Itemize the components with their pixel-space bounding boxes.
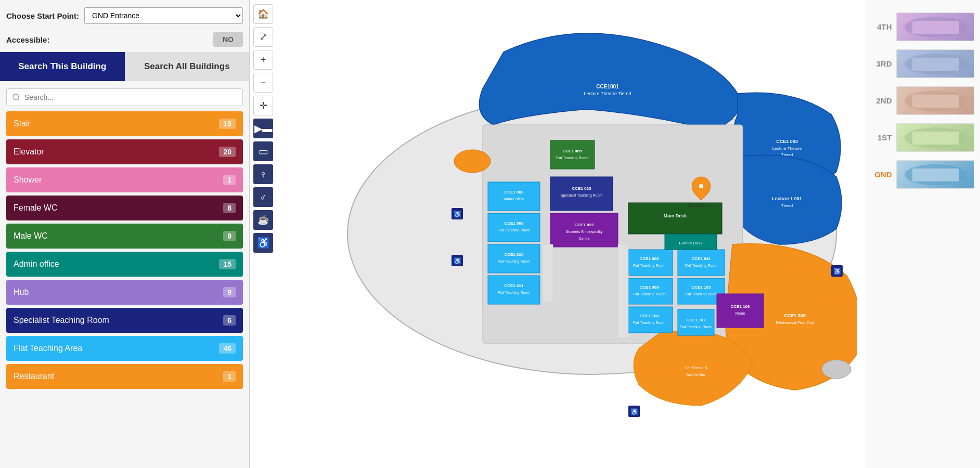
accessible-icon-button[interactable]: ♿	[253, 233, 273, 253]
svg-text:CCE1 009: CCE1 009	[640, 285, 659, 290]
category-badge: 9	[223, 287, 236, 297]
floor-thumbnail	[896, 160, 974, 189]
svg-text:Self/Retail &: Self/Retail &	[685, 366, 708, 370]
category-badge: 6	[223, 315, 236, 326]
svg-text:CCE1 003: CCE1 003	[776, 139, 798, 144]
floor-item-gnd[interactable]: GND	[871, 158, 975, 191]
category-label: Stair	[14, 119, 31, 128]
svg-text:Flat Teaching Room: Flat Teaching Room	[498, 259, 530, 264]
svg-text:CCE1 105: CCE1 105	[692, 285, 711, 290]
svg-rect-36	[626, 250, 673, 276]
floor-thumbnail	[896, 86, 974, 115]
svg-rect-51	[717, 294, 764, 328]
category-item[interactable]: Admin office 15	[6, 252, 243, 277]
svg-text:Lecture 1 001: Lecture 1 001	[772, 196, 802, 201]
category-item[interactable]: Elevator 20	[6, 139, 243, 164]
cafe-icon-button[interactable]: ☕	[253, 210, 273, 230]
svg-text:Lecture Theatre: Lecture Theatre	[772, 146, 802, 151]
category-item[interactable]: Restaurant 1	[6, 364, 243, 389]
svg-text:Students Employability: Students Employability	[566, 230, 603, 234]
svg-text:CCE1 022: CCE1 022	[575, 223, 594, 227]
category-label: Male WC	[14, 231, 48, 241]
floor-map: CCE1001 Lecture Theatre Tiered CCE1 003 …	[277, 0, 866, 468]
svg-rect-20	[488, 244, 540, 273]
category-badge: 9	[223, 231, 236, 241]
elevator-icon-button[interactable]: ▭	[253, 141, 273, 161]
female-wc-icon-button[interactable]: ♀	[253, 164, 273, 184]
stairs-icon-button[interactable]: ▶▬	[253, 119, 273, 138]
category-label: Elevator	[14, 147, 44, 157]
accessible-label: Accessible:	[6, 35, 49, 44]
category-item[interactable]: Stair 15	[6, 111, 243, 136]
category-item[interactable]: Male WC 9	[6, 224, 243, 249]
svg-point-73	[454, 150, 491, 173]
floor-item-3rd[interactable]: 3RD	[871, 47, 975, 80]
svg-rect-14	[488, 182, 540, 211]
search-tabs: Search This Building Search All Building…	[0, 52, 249, 81]
category-item[interactable]: Specialist Teaching Room 6	[6, 308, 243, 333]
svg-text:Flat Teaching Room: Flat Teaching Room	[498, 228, 530, 232]
accessible-toggle[interactable]: NO	[213, 32, 243, 47]
svg-rect-39	[626, 278, 673, 304]
svg-rect-54	[678, 309, 714, 335]
svg-text:Flat Teaching Room: Flat Teaching Room	[498, 291, 530, 295]
category-label: Flat Teaching Area	[14, 344, 82, 353]
svg-rect-23	[488, 276, 540, 304]
svg-text:♿: ♿	[454, 210, 461, 218]
zoom-in-button[interactable]: +	[253, 50, 273, 70]
svg-rect-80	[912, 58, 959, 71]
zoom-out-button[interactable]: −	[253, 73, 273, 93]
category-label: Admin office	[14, 259, 59, 269]
category-badge: 15	[219, 259, 236, 269]
male-wc-icon-button[interactable]: ♂	[253, 187, 273, 207]
category-item[interactable]: Female WC 8	[6, 196, 243, 220]
floor-item-4th[interactable]: 4TH	[871, 10, 975, 43]
category-item[interactable]: Hub 9	[6, 280, 243, 305]
svg-text:CCE1 025: CCE1 025	[572, 186, 591, 191]
svg-text:CCE1 305: CCE1 305	[784, 313, 806, 318]
svg-text:Flat Teaching Room: Flat Teaching Room	[633, 321, 665, 325]
svg-text:Admin Bar: Admin Bar	[686, 372, 706, 377]
svg-point-74	[822, 360, 851, 379]
category-badge: 1	[223, 371, 236, 382]
svg-text:CCE1 006: CCE1 006	[505, 190, 524, 194]
floor-thumbnail	[896, 49, 974, 78]
tab-all-buildings[interactable]: Search All Buildings	[125, 52, 250, 81]
svg-rect-84	[912, 132, 959, 145]
svg-text:Flat Teaching Room: Flat Teaching Room	[685, 292, 717, 296]
svg-text:Admin Office: Admin Office	[504, 197, 524, 201]
svg-text:♿: ♿	[454, 257, 461, 265]
svg-text:CCE1001: CCE1001	[596, 84, 619, 89]
category-item[interactable]: Flat Teaching Area 46	[6, 336, 243, 361]
expand-button[interactable]: ⤢	[253, 27, 273, 47]
pan-button[interactable]: ✛	[253, 96, 273, 115]
tab-this-building[interactable]: Search This Building	[0, 52, 125, 81]
svg-text:Main Desk: Main Desk	[664, 213, 688, 218]
svg-text:Restaurant First Dist: Restaurant First Dist	[776, 320, 815, 325]
category-item[interactable]: Shower 1	[6, 167, 243, 192]
svg-text:CCE1 106: CCE1 106	[731, 304, 750, 309]
floor-selector: 4TH 3RD 2ND 1ST GND	[866, 0, 980, 468]
category-badge: 1	[223, 175, 236, 185]
category-badge: 46	[219, 343, 236, 354]
accessible-row: Accessible: NO	[0, 29, 249, 52]
svg-text:Specialist Teaching Room: Specialist Teaching Room	[561, 193, 603, 198]
svg-text:Flat Teaching Room: Flat Teaching Room	[685, 264, 717, 268]
search-box-container	[0, 81, 249, 111]
search-input[interactable]	[6, 88, 243, 106]
svg-text:CCE1 107: CCE1 107	[687, 318, 706, 322]
map-area: 🏠 ⤢ + − ✛ ▶▬ ▭ ♀ ♂ ☕ ♿ CCE1001 Lecture T…	[250, 0, 980, 468]
category-badge: 20	[219, 147, 236, 157]
category-badge: 15	[219, 119, 236, 129]
svg-rect-75	[543, 244, 553, 302]
floor-item-2nd[interactable]: 2ND	[871, 84, 975, 117]
svg-rect-26	[550, 140, 595, 169]
svg-text:Lecture Theatre Tiered: Lecture Theatre Tiered	[584, 91, 631, 96]
svg-text:♿: ♿	[833, 267, 841, 275]
floor-item-1st[interactable]: 1ST	[871, 121, 975, 154]
floor-label: GND	[871, 170, 892, 179]
home-button[interactable]: 🏠	[253, 4, 273, 24]
start-point-select[interactable]: GND Entrance	[84, 7, 243, 24]
category-label: Hub	[14, 288, 29, 297]
svg-rect-17	[488, 213, 540, 242]
